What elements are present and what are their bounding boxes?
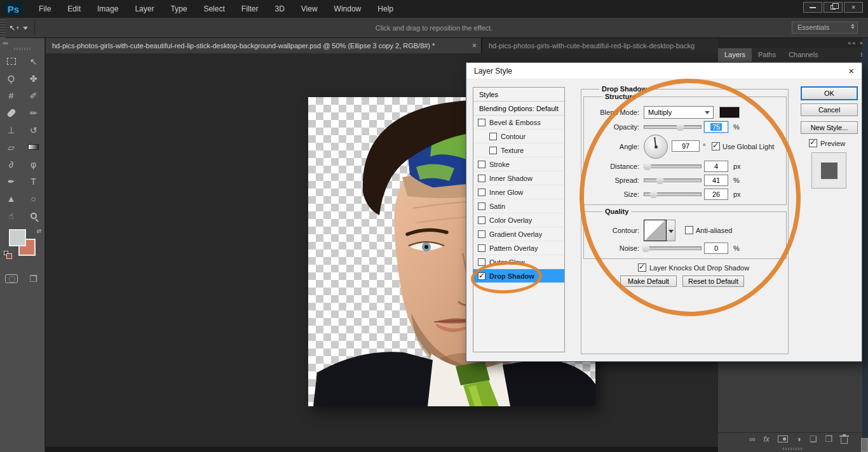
screen-mode-button[interactable]: ❐ (22, 270, 44, 287)
style-checkbox[interactable] (478, 244, 485, 252)
tab-layers[interactable]: Layers (718, 48, 752, 62)
style-item-label: Satin (489, 203, 505, 210)
link-layers-icon[interactable]: ∞ (749, 435, 755, 443)
workspace-label: Essentials (797, 23, 829, 31)
new-style-button[interactable]: New Style... (801, 121, 858, 134)
spot-healing-brush-tool[interactable] (0, 104, 22, 121)
style-checkbox[interactable] (478, 175, 485, 182)
hand-tool[interactable]: ☝ (0, 207, 22, 224)
panel-resize-grip[interactable] (783, 448, 802, 450)
menu-help[interactable]: Help (369, 0, 402, 18)
menu-filter[interactable]: Filter (233, 0, 267, 18)
new-group-icon[interactable]: ❏ (810, 435, 817, 443)
hand-tool-icon: ☝ (8, 211, 14, 220)
gradient-tool-icon (28, 144, 39, 150)
style-item-color-overlay[interactable]: Color Overlay (473, 213, 564, 227)
dodge-tool[interactable]: φ (22, 156, 44, 173)
menu-edit[interactable]: Edit (59, 0, 89, 18)
ok-button[interactable]: OK (801, 86, 858, 100)
zoom-tool[interactable] (22, 207, 44, 224)
document-tab-active[interactable]: hd-pics-photos-girls-with-cute-beautiful… (46, 38, 482, 53)
crop-tool[interactable]: # (0, 87, 22, 104)
style-checkbox[interactable] (478, 161, 485, 168)
scrollbar-thumb[interactable] (861, 438, 868, 452)
style-checkbox[interactable] (489, 147, 497, 154)
style-checkbox[interactable] (478, 203, 485, 210)
quick-mask-button[interactable] (0, 270, 22, 287)
style-item-texture[interactable]: Texture (473, 143, 564, 157)
tool-preset-picker[interactable]: ↖ + (9, 21, 35, 35)
style-item-inner-shadow[interactable]: Inner Shadow (473, 171, 564, 185)
menu-window[interactable]: Window (326, 0, 370, 18)
pen-tool[interactable]: ✒ (0, 173, 22, 190)
document-tab-inactive[interactable]: hd-pics-photos-girls-with-cute-beautiful… (482, 38, 718, 53)
panel-drag-handle[interactable] (14, 48, 31, 50)
style-item-satin[interactable]: Satin (473, 199, 564, 213)
path-selection-tool[interactable]: ▲ (0, 190, 22, 207)
swap-colors-icon[interactable]: ⇄ (36, 228, 41, 234)
foreground-color-swatch[interactable] (9, 229, 26, 246)
menu-image[interactable]: Image (89, 0, 126, 18)
delete-layer-icon (841, 437, 848, 444)
preview-checkbox[interactable]: ✓ (809, 139, 817, 147)
brush-tool[interactable]: ✏ (22, 104, 44, 121)
style-checkbox[interactable] (478, 230, 485, 238)
menu-layer[interactable]: Layer (126, 0, 162, 18)
style-item-bevel-emboss[interactable]: Bevel & Emboss (473, 116, 564, 130)
dialog-close-icon[interactable]: × (848, 63, 854, 79)
move-tool-icon: ↖ (9, 23, 15, 32)
preview-thumbnail (811, 152, 846, 189)
gradient-tool[interactable] (22, 138, 44, 156)
tab-paths[interactable]: Paths (752, 48, 782, 62)
delete-layer-icon[interactable] (841, 435, 848, 444)
new-layer-icon[interactable]: ❐ (825, 435, 832, 443)
collapse-panel-icon[interactable]: «« (0, 38, 44, 46)
style-checkbox[interactable] (489, 133, 497, 140)
rectangular-marquee-tool[interactable] (0, 53, 22, 70)
style-item-label: Inner Glow (489, 189, 523, 196)
style-item-stroke[interactable]: Stroke (473, 157, 564, 171)
pen-tool-icon: ✒ (8, 177, 15, 186)
style-checkbox[interactable] (478, 189, 485, 196)
style-item-gradient-overlay[interactable]: Gradient Overlay (473, 227, 564, 241)
adjustment-layer-icon[interactable]: ◑ (796, 435, 801, 443)
workspace-switcher[interactable]: Essentials (792, 22, 858, 34)
style-checkbox[interactable] (478, 216, 485, 224)
style-item-contour[interactable]: Contour (473, 130, 564, 143)
menu-select[interactable]: Select (195, 0, 233, 18)
eyedropper-tool[interactable]: ✐ (22, 87, 44, 104)
style-item-pattern-overlay[interactable]: Pattern Overlay (473, 241, 564, 255)
tab-channels[interactable]: Channels (782, 48, 824, 62)
layer-effects-icon[interactable]: fx (763, 435, 769, 443)
style-item-label: Gradient Overlay (489, 230, 542, 238)
lasso-tool[interactable]: Ϙ (0, 70, 22, 87)
quick-selection-tool[interactable]: ✤ (22, 70, 44, 87)
smudge-tool[interactable]: ∂ (0, 156, 22, 173)
move-tool[interactable]: ↖ (22, 53, 44, 70)
ellipse-tool[interactable]: ○ (22, 190, 44, 207)
cancel-button[interactable]: Cancel (801, 103, 858, 116)
minimize-icon (810, 7, 816, 8)
menu-view[interactable]: View (293, 0, 326, 18)
menu-type[interactable]: Type (162, 0, 195, 18)
minimize-button[interactable] (803, 2, 822, 13)
style-checkbox[interactable] (478, 258, 485, 266)
restore-button[interactable] (824, 2, 843, 13)
menu-bar: Ps FileEditImageLayerTypeSelectFilter3DV… (0, 0, 868, 18)
tab-close-icon[interactable]: × (472, 38, 477, 53)
eraser-tool[interactable]: ▱ (0, 138, 22, 156)
menu-3d[interactable]: 3D (266, 0, 292, 18)
menu-file[interactable]: File (31, 0, 59, 18)
clone-stamp-tool[interactable]: ⊥ (0, 121, 22, 138)
style-checkbox[interactable] (478, 119, 485, 126)
close-button[interactable]: × (844, 2, 863, 13)
blending-options-item[interactable]: Blending Options: Default (473, 102, 564, 116)
horizontal-type-tool[interactable]: T (22, 173, 44, 190)
style-item-inner-glow[interactable]: Inner Glow (473, 185, 564, 199)
collapse-panel-icon[interactable]: «« (848, 40, 857, 46)
dialog-title-bar[interactable]: Layer Style × (466, 63, 862, 79)
default-colors-icon[interactable] (4, 251, 8, 255)
add-layer-mask-icon[interactable] (778, 435, 788, 442)
dialog-title: Layer Style (474, 63, 512, 79)
history-brush-tool[interactable]: ↺ (22, 121, 44, 138)
